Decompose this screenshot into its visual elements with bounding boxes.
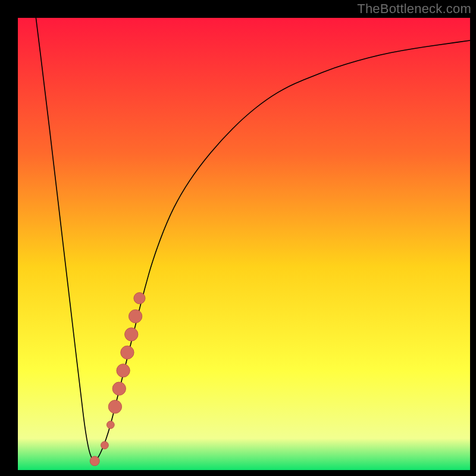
watermark-text: TheBottleneck.com: [357, 1, 471, 17]
curve-marker: [134, 293, 145, 304]
chart-svg: [18, 18, 470, 470]
curve-marker: [112, 382, 126, 395]
curve-marker: [108, 400, 121, 413]
chart-frame: TheBottleneck.com: [0, 0, 476, 476]
curve-marker: [117, 364, 130, 377]
gradient-background: [18, 18, 470, 470]
curve-marker: [107, 421, 114, 429]
curve-marker: [101, 441, 109, 449]
curve-marker: [129, 309, 142, 322]
curve-marker: [125, 328, 138, 341]
plot-area: [18, 18, 470, 470]
curve-marker: [90, 456, 99, 466]
curve-marker: [121, 346, 134, 359]
